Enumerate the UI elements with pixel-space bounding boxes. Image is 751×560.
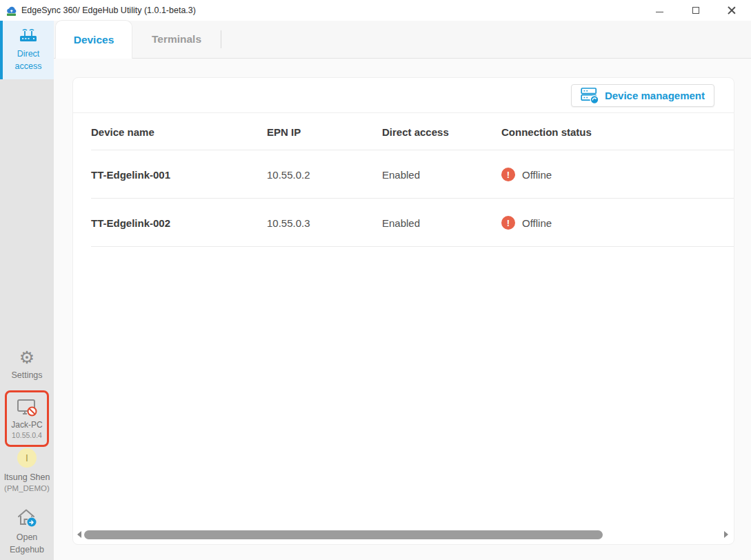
table-header: Device name EPN IP Direct access Connect… (73, 113, 734, 150)
sidebar-item-direct-access[interactable]: Direct access (0, 21, 54, 79)
horizontal-scrollbar[interactable] (76, 530, 728, 539)
cell-device-name: TT-Edgelink-001 (91, 169, 267, 181)
maximize-icon (692, 7, 699, 14)
cell-epn-ip: 10.55.0.2 (267, 169, 382, 181)
sidebar-item-user[interactable]: I Itsung Shen (PM_DEMO) (0, 448, 54, 492)
sidebar-item-settings[interactable]: ⚙ Settings (0, 349, 54, 382)
sidebar-item-open-edgehub[interactable]: Open Edgehub (0, 508, 54, 556)
gear-icon: ⚙ (19, 349, 34, 366)
window-title: EdgeSync 360/ EdgeHub Utility (1.0.1-bet… (21, 6, 196, 15)
device-management-button[interactable]: Device management (571, 84, 714, 107)
sidebar: Direct access ⚙ Settings Jack-PC 10.55.0… (0, 21, 54, 560)
jack-pc-ip: 10.55.0.4 (12, 431, 42, 439)
col-connection-status: Connection status (501, 126, 734, 138)
cell-direct-access: Enabled (382, 169, 501, 181)
settings-label: Settings (11, 370, 42, 382)
scrollbar-thumb[interactable] (84, 530, 603, 539)
main-area: Devices Terminals Device management Devi… (54, 21, 751, 560)
jack-pc-name: Jack-PC (11, 420, 42, 430)
devices-panel: Device management Device name EPN IP Dir… (72, 77, 734, 545)
tab-bar: Devices Terminals (54, 21, 751, 59)
scroll-right-arrow-icon[interactable] (724, 531, 728, 538)
cell-epn-ip: 10.55.0.3 (267, 217, 382, 229)
tab-divider (221, 30, 221, 48)
device-management-label: Device management (605, 90, 705, 101)
tab-terminals[interactable]: Terminals (132, 20, 221, 58)
col-device-name: Device name (91, 126, 267, 138)
device-management-icon (581, 87, 599, 104)
scroll-left-arrow-icon[interactable] (77, 531, 81, 538)
user-name: Itsung Shen (4, 472, 50, 482)
sidebar-item-jack-pc-highlighted[interactable]: Jack-PC 10.55.0.4 (5, 390, 49, 447)
open-edgehub-icon (16, 508, 38, 528)
col-epn-ip: EPN IP (267, 126, 382, 138)
table-row[interactable]: TT-Edgelink-002 10.55.0.3 Enabled ! Offl… (73, 199, 734, 247)
status-badge: Offline (522, 217, 552, 229)
titlebar: EdgeSync 360/ EdgeHub Utility (1.0.1-bet… (0, 0, 751, 21)
open-edgehub-label: Open Edgehub (9, 532, 45, 556)
offline-alert-icon: ! (501, 168, 515, 181)
offline-alert-icon: ! (501, 216, 515, 230)
maximize-button[interactable] (692, 6, 700, 14)
tab-devices[interactable]: Devices (55, 20, 132, 59)
col-direct-access: Direct access (382, 126, 501, 138)
user-org: (PM_DEMO) (4, 484, 50, 492)
cell-connection-status: ! Offline (501, 216, 734, 230)
router-icon (19, 28, 38, 44)
panel-toolbar: Device management (73, 78, 734, 113)
app-logo-icon (6, 5, 17, 17)
minimize-button[interactable] (656, 6, 664, 14)
cell-device-name: TT-Edgelink-002 (91, 217, 267, 229)
sidebar-item-label: Direct access (11, 48, 46, 72)
close-button[interactable] (728, 6, 736, 14)
cell-direct-access: Enabled (382, 217, 501, 229)
avatar: I (17, 448, 37, 468)
cell-connection-status: ! Offline (501, 168, 734, 181)
status-badge: Offline (522, 169, 552, 181)
pc-disconnected-icon (16, 399, 38, 417)
table-row[interactable]: TT-Edgelink-001 10.55.0.2 Enabled ! Offl… (73, 150, 734, 199)
minimize-icon (656, 12, 663, 12)
